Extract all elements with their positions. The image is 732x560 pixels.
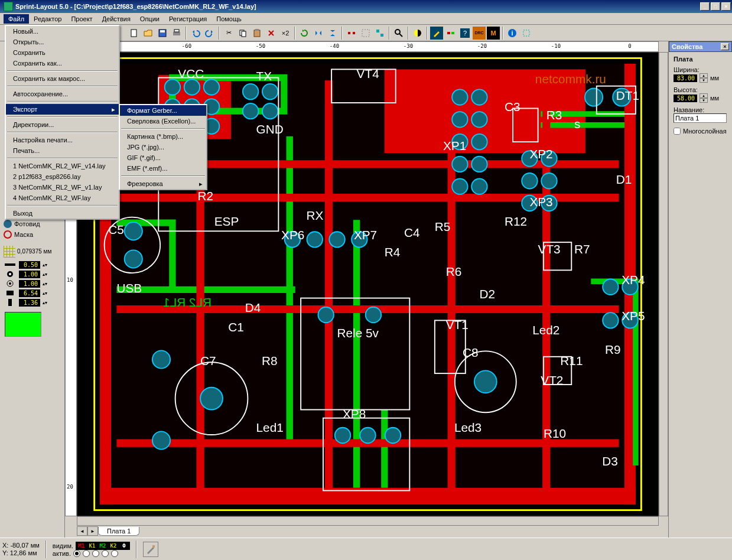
help-button[interactable]: ? — [458, 27, 471, 40]
duplicate-button[interactable]: ×2 — [279, 27, 292, 40]
select-button[interactable] — [520, 27, 533, 40]
file-menu-item[interactable]: Новый... — [6, 26, 119, 37]
file-menu-item[interactable]: Сохранить — [6, 47, 119, 58]
file-menu-item[interactable]: Печать... — [6, 145, 119, 156]
height-spinner[interactable]: ▲▼ — [700, 93, 708, 103]
scrollbar-horizontal[interactable] — [77, 516, 659, 526]
file-menu-item[interactable]: Настройка печати... — [6, 135, 119, 145]
file-menu-item[interactable]: Открыть... — [6, 37, 119, 47]
menu-Редактор[interactable]: Редактор — [29, 14, 66, 24]
file-menu-item[interactable]: 4 NetComMK_RL2_WF.lay — [6, 193, 119, 203]
copy-button[interactable] — [236, 27, 249, 40]
tool1-button[interactable] — [430, 27, 443, 40]
grid-setting[interactable]: 0,079375 мм — [0, 243, 64, 260]
svg-point-83 — [152, 350, 170, 368]
layer-swatch[interactable]: М1 — [76, 542, 87, 549]
save-button[interactable] — [156, 27, 169, 40]
close-button[interactable]: × — [721, 2, 731, 11]
svg-point-72 — [603, 312, 618, 328]
tab-prev-button[interactable]: ◄ — [77, 526, 87, 536]
align-button[interactable] — [345, 27, 358, 40]
paste-button[interactable] — [250, 27, 263, 40]
properties-close-button[interactable]: × — [721, 43, 729, 50]
export-menu-item[interactable]: Сверловка (Excellon)... — [120, 116, 206, 126]
board-tab[interactable]: Плата 1 — [98, 527, 139, 536]
file-menu-item[interactable]: Сохранить как... — [6, 58, 119, 69]
file-menu-item[interactable]: 1 NetComMK_RL2_WF_v14.lay — [6, 161, 119, 171]
dim-1[interactable]: 1.00 — [19, 271, 40, 278]
menu-Опции[interactable]: Опции — [135, 14, 164, 24]
file-menu-item[interactable]: 2 p12f683_esp8266.lay — [6, 171, 119, 182]
rotate-button[interactable] — [298, 27, 311, 40]
print-button[interactable] — [170, 27, 183, 40]
layer-swatch[interactable]: К2 — [108, 542, 119, 549]
export-menu-item[interactable]: EMF (*.emf)... — [120, 163, 206, 174]
width-spinner[interactable]: ▲▼ — [700, 73, 708, 83]
mirror-h-button[interactable] — [312, 27, 325, 40]
dim-3[interactable]: 6.54 — [19, 289, 40, 297]
file-menu-item[interactable]: Экспорт — [6, 104, 119, 115]
redo-button[interactable] — [203, 27, 216, 40]
multilayer-checkbox[interactable] — [674, 128, 681, 135]
minimize-button[interactable]: _ — [700, 2, 710, 11]
export-menu-item[interactable]: Фрезеровка — [120, 178, 206, 189]
export-menu-item[interactable]: Формат Gerber... — [120, 105, 206, 116]
layer-radio-4[interactable] — [102, 550, 109, 557]
layer-radio-3[interactable] — [92, 550, 99, 557]
dim-4[interactable]: 1.36 — [19, 299, 40, 307]
export-menu-item[interactable]: JPG (*.jpg)... — [120, 142, 206, 152]
cut-button[interactable]: ✂ — [222, 27, 235, 40]
svg-point-61 — [471, 178, 487, 194]
padout-icon — [4, 270, 17, 278]
file-menu-item[interactable]: 3 NetComMK_RL2_WF_v1.lay — [6, 182, 119, 193]
menu-Файл[interactable]: Файл — [4, 14, 29, 24]
file-menu-item[interactable]: Директории... — [6, 119, 119, 130]
layer-control: видим. М1К1М2К2Ф актив. — [53, 542, 130, 557]
svg-text:XP2: XP2 — [529, 147, 552, 161]
new-button[interactable] — [128, 27, 141, 40]
color-sample[interactable] — [5, 312, 41, 337]
zoom-button[interactable] — [392, 27, 405, 40]
info-button[interactable]: i — [506, 27, 519, 40]
delete-button[interactable] — [265, 27, 278, 40]
group-button[interactable] — [359, 27, 372, 40]
tool2-button[interactable] — [444, 27, 457, 40]
export-menu-item[interactable]: GIF (*.gif)... — [120, 152, 206, 163]
macro-button[interactable]: M — [487, 27, 500, 40]
menu-Действия[interactable]: Действия — [97, 14, 135, 24]
layer-radio-2[interactable] — [83, 550, 90, 557]
contrast-button[interactable] — [411, 27, 424, 40]
drc-button[interactable]: DRC — [473, 27, 486, 40]
open-button[interactable] — [142, 27, 155, 40]
layer-swatch[interactable]: М2 — [97, 542, 108, 549]
file-menu-item[interactable]: Автосохранение... — [6, 89, 119, 99]
undo-button[interactable] — [189, 27, 202, 40]
layer-swatch[interactable]: К1 — [87, 542, 97, 549]
tab-next-button[interactable]: ► — [87, 526, 98, 536]
file-menu-item[interactable]: Выход — [6, 208, 119, 219]
layer-swatch[interactable]: Ф — [119, 542, 129, 549]
menu-Проект[interactable]: Проект — [66, 14, 97, 24]
name-input[interactable] — [674, 113, 727, 123]
photoview-item[interactable]: Фотовид — [0, 219, 64, 229]
scrollbar-vertical[interactable] — [659, 52, 668, 516]
height-value[interactable]: 58.00 — [674, 95, 697, 102]
layer-radio-5[interactable] — [111, 550, 118, 557]
svg-text:D1: D1 — [616, 172, 632, 186]
width-value[interactable]: 83.00 — [674, 74, 697, 82]
ungroup-button[interactable] — [373, 27, 386, 40]
export-menu-item[interactable]: Картинка (*.bmp)... — [120, 131, 206, 142]
mirror-v-button[interactable] — [326, 27, 339, 40]
svg-text:VT1: VT1 — [446, 318, 469, 331]
dim-2[interactable]: 1.00 — [19, 280, 40, 288]
dim-0[interactable]: 0.50 — [19, 261, 40, 269]
svg-rect-28 — [8, 299, 12, 306]
svg-text:D3: D3 — [602, 454, 618, 468]
file-menu-item[interactable]: Сохранить как макрос... — [6, 73, 119, 84]
menu-Регистрация[interactable]: Регистрация — [164, 14, 212, 24]
menu-Помощь[interactable]: Помощь — [212, 14, 246, 24]
mask-item[interactable]: Маска — [0, 229, 64, 240]
maximize-button[interactable]: □ — [711, 2, 720, 11]
layer-radio-1[interactable] — [73, 550, 80, 557]
status-tool-button[interactable] — [143, 542, 158, 557]
